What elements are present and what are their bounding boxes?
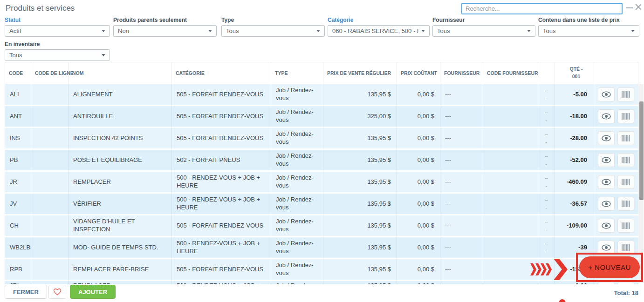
view-product-button[interactable] <box>598 87 615 101</box>
cell-code: ANT <box>5 106 31 128</box>
table-row[interactable]: INSINSPECTION 42 POINTS505 - FORFAIT REN… <box>5 128 638 150</box>
cell-type: Job / Rendez-vous <box>271 172 323 194</box>
cell-prix-vente: 135,95 $ <box>323 215 397 237</box>
table-row[interactable]: ALIALIGNEMENT505 - FORFAIT RENDEZ-VOUSJo… <box>5 84 638 106</box>
cell-code-ligne <box>31 259 69 281</box>
barcode-button[interactable] <box>617 219 634 233</box>
cell-code: CH <box>5 215 31 237</box>
caret-down-icon <box>527 30 531 32</box>
cell-fournisseur: --- <box>440 281 483 284</box>
cell-range-dashes: --- <box>538 215 555 237</box>
products-table: CODE CODE DE LIGNE NOM CATÉGORIE TYPE PR… <box>5 62 639 284</box>
col-header-extra <box>538 62 555 84</box>
filter-type: Type Tous <box>221 17 325 37</box>
type-select-value: Tous <box>226 27 239 34</box>
cell-actions <box>594 150 638 172</box>
col-header-categorie[interactable]: CATÉGORIE <box>172 62 271 84</box>
col-header-code-fournisseur[interactable]: CODE FOURNISSEUR <box>483 62 538 84</box>
col-header-fournisseur[interactable]: FOURNISSEUR <box>440 62 483 84</box>
barcode-icon <box>622 157 630 163</box>
cell-categorie: 505 - FORFAIT RENDEZ-VOUS <box>172 106 271 128</box>
barcode-button[interactable] <box>617 282 634 284</box>
eye-icon <box>602 179 611 185</box>
table-row[interactable]: WB2LBRMOD- GUIDE DE TEMPS STD.500 - REND… <box>5 237 638 259</box>
col-header-prix-vente[interactable]: PRIX DE VENTE RÉGULIER <box>323 62 397 84</box>
barcode-button[interactable] <box>617 131 634 145</box>
cell-actions <box>594 172 638 194</box>
cell-code-fournisseur <box>483 128 538 150</box>
nouveau-button[interactable]: + NOUVEAU <box>579 256 640 278</box>
cell-prix-coutant: 0,00 $ <box>397 150 440 172</box>
cell-prix-coutant: 0,00 $ <box>397 106 440 128</box>
col-header-code[interactable]: CODE <box>5 62 31 84</box>
table-row[interactable]: JRREMPLACER500 - RENDEZ-VOUS + JOB + HEU… <box>5 172 638 194</box>
cell-code-fournisseur <box>483 106 538 128</box>
view-product-button[interactable] <box>598 197 615 211</box>
view-product-button[interactable] <box>598 109 615 123</box>
col-header-nom[interactable]: NOM <box>69 62 172 84</box>
view-product-button[interactable] <box>598 219 615 233</box>
col-header-code-ligne[interactable]: CODE DE LIGNE <box>31 62 69 84</box>
cell-prix-coutant: 0,00 $ <box>397 237 440 259</box>
categorie-select[interactable]: 060 - RABAIS SERVICE, 500 - REN <box>328 25 430 37</box>
table-row[interactable]: JVVÉRIFIER500 - RENDEZ-VOUS + JOB + HEUR… <box>5 194 638 215</box>
favorite-button[interactable] <box>48 285 66 299</box>
minimize-icon[interactable] <box>626 7 633 8</box>
barcode-button[interactable] <box>617 109 634 123</box>
inventaire-select-value: Tous <box>9 52 22 59</box>
cell-qte: -460.09 <box>555 172 594 194</box>
parents-select[interactable]: Non <box>113 25 217 37</box>
scrollbar-thumb[interactable] <box>639 101 644 200</box>
cell-code-ligne <box>31 281 69 284</box>
col-header-type[interactable]: TYPE <box>271 62 323 84</box>
caret-down-icon <box>208 30 212 32</box>
cell-nom: ALIGNEMENT <box>69 84 172 106</box>
cell-code-ligne <box>31 84 69 106</box>
type-select[interactable]: Tous <box>221 25 325 37</box>
close-icon[interactable] <box>635 3 642 11</box>
barcode-button[interactable] <box>617 175 634 189</box>
table-row[interactable]: JRLREMPLACER500 - RENDEZ-VOUS + JOB + HE… <box>5 281 638 284</box>
search-input[interactable] <box>461 3 623 14</box>
col-header-actions <box>594 62 638 84</box>
cell-categorie: 500 - RENDEZ-VOUS + JOB + HEURE <box>172 172 271 194</box>
fournisseur-select[interactable]: Tous <box>432 25 535 37</box>
view-product-button[interactable] <box>598 153 615 167</box>
cell-code-ligne <box>31 172 69 194</box>
cell-fournisseur: --- <box>440 237 483 259</box>
fermer-button[interactable]: FERMER <box>5 285 47 299</box>
cell-type: Job / Rendez-vous <box>271 281 323 284</box>
cell-code-fournisseur <box>483 172 538 194</box>
cell-fournisseur: --- <box>440 106 483 128</box>
cell-code-fournisseur <box>483 281 538 284</box>
cell-categorie: 500 - RENDEZ-VOUS + JOB + HEURE <box>172 281 271 284</box>
cell-nom: REMPLACER <box>69 281 172 284</box>
cell-nom: VIDANGE D'HUILE ET INSPECTION <box>69 215 172 237</box>
statut-select[interactable]: Actif <box>5 25 110 37</box>
cell-prix-vente: 135,95 $ <box>323 237 397 259</box>
cell-type: Job / Rendez-vous <box>271 194 323 215</box>
liste-prix-select[interactable]: Tous <box>538 25 639 37</box>
cell-prix-vente: 135,95 $ <box>323 172 397 194</box>
barcode-icon <box>622 91 630 98</box>
view-product-button[interactable] <box>598 175 615 189</box>
filter-categorie: Catégorie 060 - RABAIS SERVICE, 500 - RE… <box>328 17 430 37</box>
col-header-qte[interactable]: QTÉ - 001 <box>555 62 594 84</box>
table-row[interactable]: CHVIDANGE D'HUILE ET INSPECTION505 - FOR… <box>5 215 638 237</box>
filter-inventaire: En inventaire Tous <box>5 41 110 61</box>
barcode-icon <box>622 179 630 185</box>
cell-categorie: 505 - FORFAIT RENDEZ-VOUS <box>172 84 271 106</box>
cell-code: RPB <box>5 259 31 281</box>
ajouter-button[interactable]: AJOUTER <box>70 285 116 299</box>
barcode-button[interactable] <box>617 153 634 167</box>
view-product-button[interactable] <box>598 131 615 145</box>
cell-qte: -28.00 <box>555 128 594 150</box>
table-row[interactable]: PBPOSE ET EQUILIBRAGE502 - FORFAIT PNEUS… <box>5 150 638 172</box>
view-product-button[interactable] <box>598 282 615 284</box>
inventaire-select[interactable]: Tous <box>5 49 110 61</box>
col-header-prix-coutant[interactable]: PRIX COÛTANT <box>397 62 440 84</box>
table-row[interactable]: ANTANTIROUILLE505 - FORFAIT RENDEZ-VOUSJ… <box>5 106 638 128</box>
barcode-button[interactable] <box>617 87 634 101</box>
barcode-button[interactable] <box>617 197 634 211</box>
caret-down-icon <box>102 30 105 32</box>
